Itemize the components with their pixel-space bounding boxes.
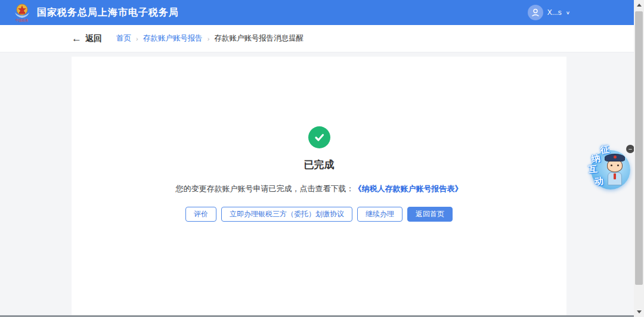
tripartite-agreement-button[interactable]: 立即办理银税三方（委托）划缴协议 <box>221 207 352 222</box>
app-header: 中国税务 国家税务总局上海市电子税务局 X...s ∨ <box>0 0 644 25</box>
download-report-link[interactable]: 《纳税人存款账户账号报告表》 <box>354 184 463 193</box>
tax-bureau-logo-icon: 中国税务 <box>13 3 31 22</box>
collapse-widget-button[interactable]: − <box>626 145 634 153</box>
breadcrumb-separator: › <box>136 35 138 42</box>
scroll-down-arrow[interactable] <box>634 307 644 317</box>
evaluate-button[interactable]: 评价 <box>185 207 216 222</box>
back-label: 返回 <box>85 33 102 44</box>
svg-text:中国税务: 中国税务 <box>16 18 29 22</box>
assistant-char: 动 <box>594 176 603 185</box>
back-button[interactable]: ← 返回 <box>72 33 102 44</box>
vertical-scrollbar[interactable] <box>634 0 644 317</box>
success-check-icon <box>308 126 330 148</box>
breadcrumb-report[interactable]: 存款账户账号报告 <box>143 33 203 43</box>
scrollbar-thumb[interactable] <box>635 11 643 285</box>
result-card: 已完成 您的变更存款账户账号申请已完成，点击查看下载：《纳税人存款账户账号报告表… <box>72 57 566 317</box>
breadcrumb: 首页 › 存款账户账号报告 › 存款账户账号报告消息提醒 <box>116 33 304 43</box>
result-message: 您的变更存款账户账号申请已完成，点击查看下载：《纳税人存款账户账号报告表》 <box>176 184 463 194</box>
action-buttons: 评价 立即办理银税三方（委托）划缴协议 继续办理 返回首页 <box>185 207 453 222</box>
user-menu[interactable]: X...s ∨ <box>528 5 570 20</box>
breadcrumb-bar: ← 返回 首页 › 存款账户账号报告 › 存款账户账号报告消息提醒 <box>0 25 644 52</box>
message-text: 您的变更存款账户账号申请已完成，点击查看下载： <box>176 184 354 193</box>
user-name[interactable]: X...s <box>547 8 562 17</box>
breadcrumb-current: 存款账户账号报告消息提醒 <box>214 33 304 43</box>
assistant-char: 互 <box>588 164 597 173</box>
assistant-char: 纳 <box>591 153 601 163</box>
status-title: 已完成 <box>304 158 335 172</box>
scroll-up-arrow[interactable] <box>634 0 644 10</box>
breadcrumb-separator: › <box>208 35 210 42</box>
assistant-char: 征 <box>600 144 610 154</box>
continue-button[interactable]: 继续办理 <box>357 207 402 222</box>
breadcrumb-home[interactable]: 首页 <box>116 33 131 43</box>
page-title: 国家税务总局上海市电子税务局 <box>37 7 179 19</box>
main-area: 已完成 您的变更存款账户账号申请已完成，点击查看下载：《纳税人存款账户账号报告表… <box>0 52 644 317</box>
return-home-button[interactable]: 返回首页 <box>407 207 453 222</box>
back-arrow-icon: ← <box>72 33 82 43</box>
user-avatar[interactable] <box>528 5 543 20</box>
chevron-down-icon[interactable]: ∨ <box>566 10 570 15</box>
person-icon <box>531 8 540 17</box>
